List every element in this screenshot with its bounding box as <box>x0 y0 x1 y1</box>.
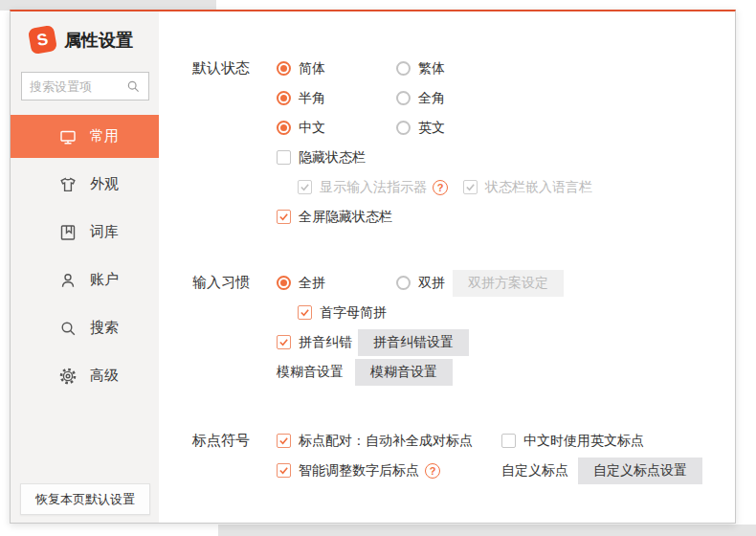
section-punctuation: 标点符号 标点配对：自动补全成对标点 中文时使用英文标点 <box>192 426 729 485</box>
magnifier-icon <box>58 319 78 338</box>
sidebar-item-label: 搜索 <box>90 319 119 337</box>
radio-shuangpin[interactable]: 双拼 <box>396 275 445 292</box>
checkbox-box <box>463 180 478 194</box>
section-title: 默认状态 <box>192 59 277 78</box>
fuzzy-sound-settings-button[interactable]: 模糊音设置 <box>355 359 453 386</box>
sidebar-item-appearance[interactable]: 外观 <box>11 163 159 206</box>
help-icon[interactable]: ? <box>433 180 448 195</box>
book-icon <box>58 223 78 242</box>
checkbox-auto-pair[interactable]: 标点配对：自动补全成对标点 <box>277 433 501 450</box>
radio-traditional[interactable]: 繁体 <box>396 60 445 78</box>
background-strip <box>218 525 756 536</box>
sidebar-item-label: 常用 <box>90 127 119 145</box>
page-title: 属性设置 <box>64 29 133 52</box>
checkbox-box <box>501 434 516 448</box>
sidebar-nav: 常用 外观 词库 <box>11 115 159 402</box>
sidebar-item-label: 账户 <box>90 271 119 289</box>
sidebar-item-account[interactable]: 账户 <box>11 258 159 302</box>
radio-english[interactable]: 英文 <box>396 120 445 137</box>
radio-dot <box>277 121 291 135</box>
restore-defaults-button[interactable]: 恢复本页默认设置 <box>20 483 150 515</box>
gear-icon <box>58 367 78 386</box>
radio-dot <box>277 61 291 76</box>
sidebar-item-common[interactable]: 常用 <box>11 115 159 158</box>
radio-quanpin[interactable]: 全拼 <box>277 275 325 292</box>
radio-full-width[interactable]: 全角 <box>396 90 445 107</box>
sidebar-item-label: 外观 <box>90 175 119 193</box>
radio-dot <box>396 61 411 76</box>
radio-simplified[interactable]: 简体 <box>277 60 325 78</box>
tshirt-icon <box>58 175 78 194</box>
search-box[interactable] <box>21 72 149 100</box>
section-default-state: 默认状态 简体 繁体 半角 <box>192 54 729 232</box>
radio-chinese[interactable]: 中文 <box>277 120 325 137</box>
user-icon <box>58 271 78 290</box>
checkbox-fullscreen-hide[interactable]: 全屏隐藏状态栏 <box>277 209 392 226</box>
radio-dot <box>277 276 291 290</box>
checkbox-box <box>298 305 312 320</box>
settings-content: 默认状态 简体 繁体 半角 <box>159 11 735 523</box>
sidebar: S 属性设置 常用 <box>11 11 159 523</box>
checkbox-box <box>277 210 291 224</box>
sidebar-item-label: 高级 <box>90 367 119 385</box>
sidebar-item-advanced[interactable]: 高级 <box>11 354 159 397</box>
checkbox-initial-simpin[interactable]: 首字母简拼 <box>298 304 387 322</box>
custom-punct-settings-button[interactable]: 自定义标点设置 <box>578 458 702 484</box>
fuzzy-sound-label: 模糊音设置 <box>277 364 344 381</box>
checkbox-smart-adjust[interactable]: 智能调整数字后标点 ? <box>277 462 501 480</box>
sidebar-item-label: 词库 <box>90 223 119 241</box>
sogou-logo-icon: S <box>28 25 57 55</box>
checkbox-box <box>277 463 291 478</box>
checkbox-box <box>298 180 312 194</box>
custom-punct-label: 自定义标点 <box>501 462 568 480</box>
sidebar-item-dictionary[interactable]: 词库 <box>11 211 159 254</box>
checkbox-hide-statusbar[interactable]: 隐藏状态栏 <box>277 149 366 167</box>
pinyin-correction-settings-button[interactable]: 拼音纠错设置 <box>358 329 469 356</box>
help-icon[interactable]: ? <box>425 463 440 479</box>
section-title: 标点符号 <box>192 432 277 450</box>
settings-window: ? — ✕ S 属性设置 常用 <box>10 10 736 524</box>
radio-dot <box>396 276 411 290</box>
checkbox-english-punct[interactable]: 中文时使用英文标点 <box>501 433 644 450</box>
section-title: 输入习惯 <box>192 274 277 292</box>
radio-half-width[interactable]: 半角 <box>277 90 325 107</box>
checkbox-box <box>277 434 291 448</box>
sidebar-item-search[interactable]: 搜索 <box>11 306 159 349</box>
monitor-icon <box>58 127 78 146</box>
radio-dot <box>277 91 291 105</box>
search-input[interactable] <box>30 79 125 94</box>
checkbox-box <box>277 150 291 165</box>
shuangpin-settings-button: 双拼方案设定 <box>453 270 564 297</box>
radio-dot <box>396 91 411 105</box>
checkbox-show-indicator: 显示输入法指示器 ? <box>298 179 463 196</box>
section-input-habit: 输入习惯 全拼 双拼 双拼方案设定 <box>192 268 729 387</box>
checkbox-embed-langbar: 状态栏嵌入语言栏 <box>463 179 592 196</box>
checkbox-pinyin-correction[interactable]: 拼音纠错 <box>277 334 352 351</box>
checkbox-box <box>277 335 291 349</box>
app-header: S 属性设置 <box>30 27 133 53</box>
search-icon <box>125 78 141 94</box>
radio-dot <box>396 121 411 135</box>
